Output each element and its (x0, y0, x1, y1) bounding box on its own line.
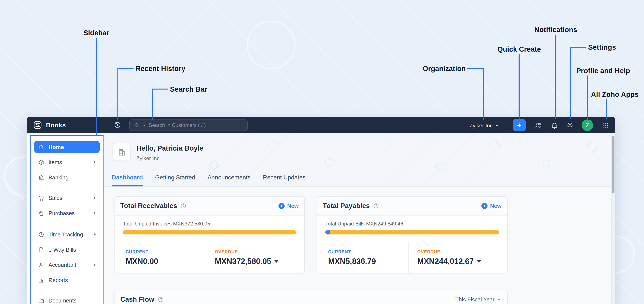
tab-recent-updates[interactable]: Recent Updates (263, 174, 306, 186)
decorative-shape (543, 160, 550, 167)
tab-getting-started[interactable]: Getting Started (155, 174, 195, 186)
sidebar-item-label: Accountant (48, 262, 76, 268)
search-scope-chevron-icon[interactable] (142, 123, 146, 127)
scrollbar-track[interactable] (611, 133, 615, 304)
expand-arrow-icon (94, 161, 96, 164)
new-label: New (490, 203, 502, 209)
sidebar-item-label: e-Way Bills (48, 247, 76, 253)
brand-name: Books (46, 121, 66, 129)
current-value: MXN0.00 (126, 257, 158, 266)
overdue-label: OVERDUE (417, 249, 507, 254)
sidebar-item-documents[interactable]: Documents (34, 294, 100, 304)
all-apps-grid-icon[interactable] (602, 122, 609, 129)
current-column: CURRENT MXN0.00 (114, 242, 206, 273)
sidebar-item-purchases[interactable]: Purchases (34, 207, 100, 219)
card-header: Total Receivables New (114, 197, 304, 216)
organization-selector[interactable]: Zylker Inc (470, 117, 500, 133)
total-payables-card: Total Payables New Total Unpaid Bills MX… (316, 196, 508, 274)
expand-arrow-icon (94, 233, 96, 236)
settings-gear-icon[interactable] (566, 122, 574, 129)
organization-name: Zylker Inc (470, 122, 493, 128)
cube-icon (38, 159, 44, 165)
person-icon (38, 262, 44, 268)
overdue-value: MXN244,012.67 (417, 257, 474, 266)
chevron-down-icon (495, 123, 500, 127)
brand[interactable]: Books (33, 120, 66, 130)
tab-announcements[interactable]: Announcements (208, 174, 250, 186)
new-bill-button[interactable]: New (482, 203, 502, 209)
sidebar-item-label: Documents (48, 297, 76, 304)
annotation-line-settings (570, 47, 586, 118)
card-footer: CURRENT MXN5,836.79 OVERDUE MXN244,012.6… (317, 242, 507, 273)
avatar-initial: Z (586, 122, 589, 128)
fiscal-year-label: This Fiscal Year (456, 297, 494, 303)
overdue-label: OVERDUE (215, 249, 304, 254)
recent-history-icon[interactable] (114, 122, 121, 129)
receivables-progress-bar (123, 230, 296, 234)
sidebar-item-accountant[interactable]: Accountant (34, 259, 100, 271)
org-avatar-tile (112, 143, 131, 161)
notifications-bell-icon[interactable] (551, 122, 558, 129)
card-title: Total Payables (323, 202, 370, 210)
users-icon[interactable] (535, 122, 542, 129)
expand-arrow-icon (94, 212, 96, 215)
annotation-line-organization (467, 69, 483, 120)
sidebar-item-label: Items (48, 159, 62, 165)
search-icon (134, 122, 140, 128)
annotation-all-zoho-apps: All Zoho Apps (591, 91, 638, 99)
new-invoice-button[interactable]: New (278, 203, 298, 209)
overdue-value: MXN372,580.05 (215, 257, 271, 266)
main-content: Hello, Patricia Boyle Zylker Inc Dashboa… (104, 133, 615, 304)
decorative-shape (436, 163, 444, 171)
help-icon[interactable] (180, 203, 186, 209)
payables-summary: Total Unpaid Bills MXN249,849.46 (317, 216, 507, 227)
card-title: Total Receivables (120, 202, 177, 210)
stage: Sidebar Recent History Search Bar Organi… (0, 0, 644, 304)
help-icon[interactable] (373, 203, 379, 209)
sidebar-item-reports[interactable]: Reports (34, 274, 100, 286)
scrollbar-thumb[interactable] (612, 136, 614, 193)
sidebar-item-home[interactable]: Home (34, 141, 100, 153)
current-value: MXN5,836.79 (328, 257, 376, 266)
bill-document-icon (38, 247, 44, 253)
overdue-dropdown-caret-icon[interactable] (477, 260, 481, 263)
card-title: Cash Flow (120, 296, 154, 303)
search-input[interactable] (149, 122, 243, 128)
profile-avatar[interactable]: Z (582, 119, 593, 131)
fiscal-year-selector[interactable]: This Fiscal Year (456, 297, 502, 303)
card-footer: CURRENT MXN0.00 OVERDUE MXN372,580.05 (114, 242, 304, 273)
annotation-organization: Organization (422, 65, 466, 73)
sidebar-item-sales[interactable]: Sales (34, 192, 100, 204)
quick-create-button[interactable] (513, 119, 526, 131)
decorative-shape (381, 142, 392, 152)
folder-icon (38, 297, 44, 304)
home-icon (38, 144, 44, 150)
app-body: Home Items Banking Sales (27, 133, 615, 304)
dashboard-tabs: Dashboard Getting Started Announcements … (112, 174, 306, 186)
global-search[interactable] (129, 119, 248, 131)
expand-arrow-icon (94, 263, 96, 266)
sidebar-item-label: Sales (48, 195, 62, 201)
sidebar-item-label: Purchases (48, 210, 75, 216)
decorative-shape (266, 138, 278, 150)
current-column: CURRENT MXN5,836.79 (317, 242, 408, 273)
topbar: Books Zylker Inc (27, 117, 615, 133)
annotation-recent-history: Recent History (136, 65, 186, 73)
sidebar-item-eway-bills[interactable]: e-Way Bills (34, 244, 100, 256)
sidebar-item-banking[interactable]: Banking (34, 171, 100, 184)
annotation-settings: Settings (588, 43, 616, 52)
greeting-title: Hello, Patricia Boyle (136, 145, 204, 153)
help-icon[interactable] (158, 297, 164, 303)
overdue-dropdown-caret-icon[interactable] (274, 260, 278, 263)
tab-dashboard[interactable]: Dashboard (112, 174, 143, 186)
payables-current-segment (325, 230, 330, 234)
sidebar-item-time-tracking[interactable]: Time Tracking (34, 228, 100, 241)
current-label: CURRENT (126, 249, 206, 254)
total-receivables-card: Total Receivables New Total Unpaid Invoi… (114, 196, 304, 274)
greeting-org: Zylker Inc (136, 155, 160, 161)
sidebar: Home Items Banking Sales (30, 135, 104, 304)
plus-icon (278, 203, 285, 209)
new-label: New (287, 203, 298, 209)
bag-icon (38, 210, 44, 216)
sidebar-item-items[interactable]: Items (34, 156, 100, 168)
